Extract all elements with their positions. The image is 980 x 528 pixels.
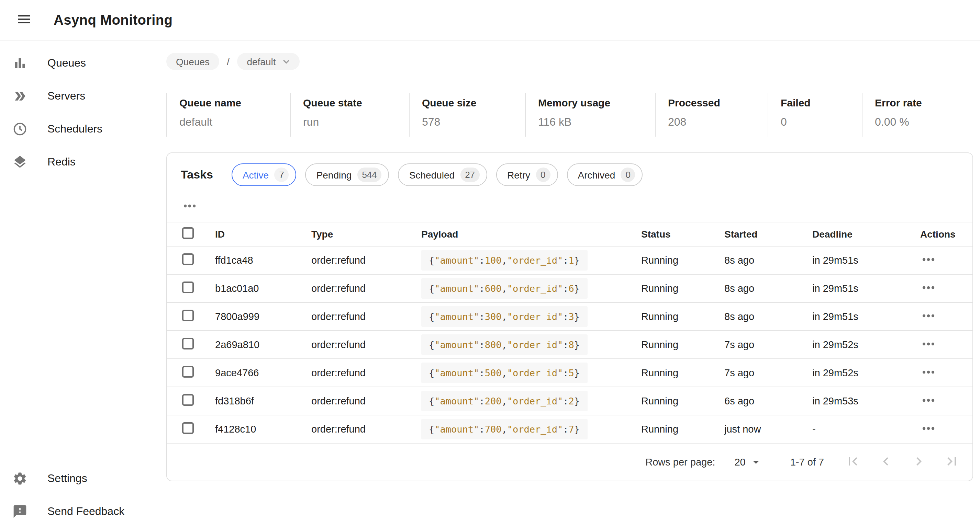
pagination-nav [845,454,960,470]
breadcrumb-queues-chip[interactable]: Queues [166,53,219,70]
row-actions-menu-button[interactable] [920,308,937,325]
payload-json: {"amount":600,"order_id":6} [421,278,587,299]
cell-id: 7800a999 [204,303,300,331]
sidebar-bottom-nav: SettingsSend Feedback [0,462,165,528]
cell-type: order:refund [300,274,410,303]
column-header-started: Started [713,222,801,246]
row-checkbox-cell [167,331,204,359]
cell-deadline: in 29m51s [801,246,909,274]
table-row: b1ac01a0order:refund{"amount":600,"order… [167,274,972,303]
sidebar-item-send-feedback[interactable]: Send Feedback [0,495,165,528]
tab-retry[interactable]: Retry0 [496,163,558,186]
next-page-button[interactable] [911,454,927,470]
stat-label: Queue state [303,97,403,108]
cell-started: 7s ago [713,331,801,359]
cell-status: Running [630,331,713,359]
row-actions-menu-button[interactable] [920,336,937,353]
last-page-button[interactable] [943,454,960,470]
sidebar-item-label: Schedulers [48,123,102,135]
stat-value: run [303,116,403,128]
breadcrumb: Queues / default [166,53,973,70]
tasks-title: Tasks [181,168,213,182]
sidebar-item-redis[interactable]: Redis [0,146,165,179]
cell-payload: {"amount":700,"order_id":7} [410,415,630,443]
row-actions-menu-button[interactable] [920,365,937,381]
row-checkbox-cell [167,387,204,415]
cell-deadline: in 29m53s [801,387,909,415]
feedback-icon [12,503,28,520]
breadcrumb-queues-label: Queues [176,56,210,67]
table-toolbar [167,192,972,222]
first-page-button[interactable] [845,454,861,470]
more-horiz-icon [920,335,937,354]
breadcrumb-current-label: default [247,56,275,67]
table-row: 7800a999order:refund{"amount":300,"order… [167,303,972,331]
cell-payload: {"amount":200,"order_id":2} [410,387,630,415]
tab-active[interactable]: Active7 [232,163,296,186]
cell-id: 2a69a810 [204,331,300,359]
more-horiz-icon [920,279,937,298]
sidebar: QueuesServersSchedulersRedis SettingsSen… [0,41,165,528]
tab-pending[interactable]: Pending544 [305,163,389,186]
tab-count-badge: 0 [620,168,635,182]
tab-count-badge: 0 [536,168,550,182]
row-checkbox[interactable] [182,310,194,321]
sidebar-item-servers[interactable]: Servers [0,80,165,113]
column-header-payload: Payload [410,222,630,246]
tab-scheduled[interactable]: Scheduled27 [398,163,487,186]
rows-per-page-select[interactable]: 20 [734,455,762,469]
previous-page-button[interactable] [878,454,894,470]
cell-payload: {"amount":800,"order_id":8} [410,331,630,359]
row-checkbox[interactable] [182,254,194,265]
row-checkbox-cell [167,359,204,387]
tasks-table-head: IDTypePayloadStatusStartedDeadlineAction… [167,222,972,246]
stat-value: 578 [422,116,520,128]
payload-json: {"amount":200,"order_id":2} [421,391,587,411]
cell-type: order:refund [300,331,410,359]
row-actions-menu-button[interactable] [920,393,937,409]
cell-started: 7s ago [713,359,801,387]
row-checkbox[interactable] [182,422,194,434]
more-horiz-icon [920,363,937,382]
column-header-deadline: Deadline [801,222,909,246]
row-checkbox-cell [167,415,204,443]
more-horiz-icon [920,251,937,270]
row-checkbox-cell [167,303,204,331]
rows-per-page-value: 20 [734,457,745,468]
stat-value: default [179,116,285,128]
cell-started: 6s ago [713,387,801,415]
sidebar-item-schedulers[interactable]: Schedulers [0,113,165,146]
column-header-id: ID [204,222,300,246]
select-all-checkbox[interactable] [182,227,194,239]
sidebar-item-label: Queues [48,57,86,69]
stat-value: 0.00 % [875,116,959,128]
stat-queue-size: Queue size578 [409,93,525,136]
sidebar-item-label: Settings [48,473,87,485]
payload-json: {"amount":700,"order_id":7} [421,419,587,439]
cell-actions [909,246,972,274]
cell-payload: {"amount":600,"order_id":6} [410,274,630,303]
pagination-range: 1-7 of 7 [790,457,824,468]
row-actions-menu-button[interactable] [920,252,937,268]
row-checkbox[interactable] [182,282,194,293]
cell-actions [909,303,972,331]
cell-payload: {"amount":500,"order_id":5} [410,359,630,387]
rows-per-page-label: Rows per page: [645,457,715,468]
row-checkbox[interactable] [182,338,194,349]
menu-button[interactable] [15,11,33,29]
cell-id: ffd1ca48 [204,246,300,274]
breadcrumb-queue-selector[interactable]: default [237,53,300,70]
row-actions-menu-button[interactable] [920,280,937,297]
row-checkbox[interactable] [182,394,194,406]
more-horiz-icon [920,307,937,326]
cell-actions [909,415,972,443]
sidebar-item-queues[interactable]: Queues [0,47,165,80]
row-actions-menu-button[interactable] [920,421,937,438]
row-checkbox[interactable] [182,366,194,377]
tab-archived[interactable]: Archived0 [566,163,643,186]
table-row: 9ace4766order:refund{"amount":500,"order… [167,359,972,387]
cell-actions [909,387,972,415]
cell-deadline: - [801,415,909,443]
bulk-actions-menu-button[interactable] [181,198,198,215]
sidebar-item-settings[interactable]: Settings [0,462,165,495]
